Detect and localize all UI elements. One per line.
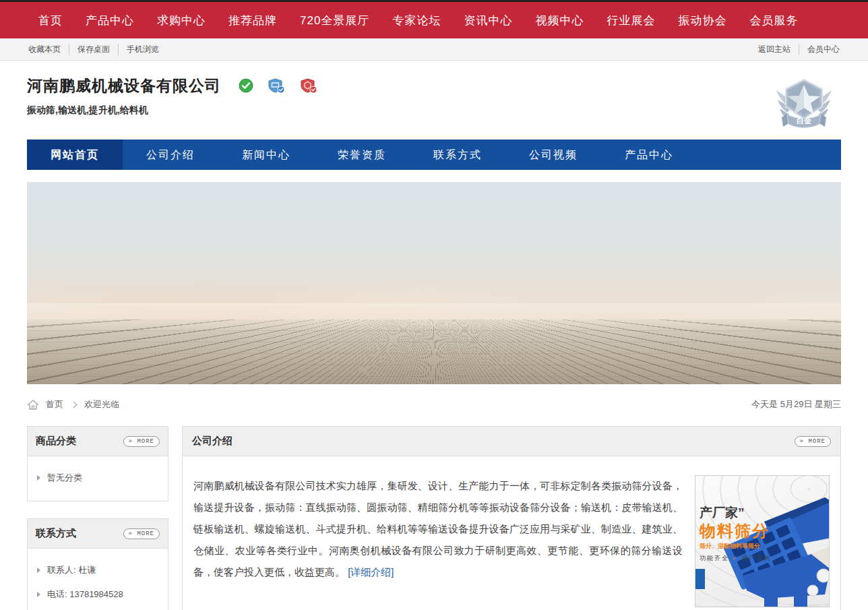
certification-icons (239, 78, 318, 94)
topnav-item-products[interactable]: 产品中心 (74, 13, 146, 28)
sitenav-item-video[interactable]: 公司视频 (505, 140, 601, 170)
utility-bar: 收藏本页 保存桌面 手机浏览 返回主站 会员中心 (0, 38, 868, 61)
promo-line-manufacturer: 产厂家” (700, 504, 745, 522)
topnav-item-expo[interactable]: 行业展会 (595, 13, 666, 28)
sitenav-item-honors[interactable]: 荣誉资质 (314, 140, 410, 170)
intro-text: 河南鹏威机械设备有限公司技术实力雄厚，集研发、设计、生产能力于一体，可非标定制各… (193, 480, 683, 578)
topnav-item-buying[interactable]: 求购中心 (146, 13, 217, 28)
topnav-item-association[interactable]: 振动协会 (666, 13, 738, 28)
check-icon: ✓ (733, 555, 739, 561)
sitenav-item-contact[interactable]: 联系方式 (410, 140, 505, 170)
topnav-item-news[interactable]: 资讯中心 (452, 13, 524, 28)
platinum-medal-badge: 白金 (775, 75, 833, 140)
hero-banner-image (27, 182, 841, 384)
page: 首页 产品中心 求购中心 推荐品牌 720全景展厅 专家论坛 资讯中心 视频中心… (0, 0, 868, 610)
topnav-item-home[interactable]: 首页 (27, 13, 74, 28)
product-promo-image[interactable]: 产厂家” 物料筛分 筛分、湿黏物料等筛分 功能齐全 ✓ 源厂直供 (695, 475, 830, 607)
content-area: 商品分类 » MORE 暂无分类 联系方式 » MORE (27, 426, 841, 610)
breadcrumb-row: 首页 欢迎光临 今天是 5月29日 星期三 (27, 394, 841, 415)
promo-line-materials: 筛分、湿黏物料等筛分 (700, 542, 760, 551)
save-desktop-link[interactable]: 保存桌面 (69, 44, 118, 55)
contact-more-button[interactable]: » MORE (123, 528, 160, 539)
utility-right-group: 返回主站 会员中心 (758, 44, 840, 55)
category-item-label: 暂无分类 (47, 472, 82, 484)
mobile-view-link[interactable]: 手机浏览 (118, 44, 167, 55)
promo-line-features: 功能齐全 ✓ 源厂直供 (700, 554, 772, 563)
intro-panel-title: 公司介绍 (192, 435, 232, 448)
top-navbar: 首页 产品中心 求购中心 推荐品牌 720全景展厅 专家论坛 资讯中心 视频中心… (0, 2, 868, 38)
blue-shield-check-icon (268, 78, 286, 94)
category-box-title: 商品分类 (36, 435, 76, 448)
member-center-link[interactable]: 会员中心 (799, 44, 840, 55)
bookmark-page-link[interactable]: 收藏本页 (28, 44, 69, 55)
topnav-item-forum[interactable]: 专家论坛 (381, 13, 452, 28)
triangle-bullet-icon (37, 475, 40, 481)
contact-box-title: 联系方式 (36, 527, 76, 540)
sidebar: 商品分类 » MORE 暂无分类 联系方式 » MORE (27, 426, 168, 610)
company-name: 河南鹏威机械设备有限公司 (27, 75, 221, 96)
contact-person-label: 联系人: 杜谦 (47, 564, 96, 576)
banner-sky (27, 182, 841, 319)
today-date-text: 今天是 5月29日 星期三 (751, 398, 841, 410)
back-to-main-site-link[interactable]: 返回主站 (758, 44, 799, 55)
triangle-bullet-icon (37, 592, 40, 597)
contact-box: 联系方式 » MORE 联系人: 杜谦 电话: 13781984528 (27, 518, 168, 610)
detail-intro-link[interactable]: [详细介绍] (348, 566, 394, 578)
medal-label: 白金 (797, 117, 812, 125)
company-header: 河南鹏威机械设备有限公司 (0, 61, 868, 140)
utility-left-group: 收藏本页 保存桌面 手机浏览 (28, 44, 167, 55)
contact-person-item[interactable]: 联系人: 杜谦 (28, 558, 168, 582)
topnav-item-brands[interactable]: 推荐品牌 (217, 13, 288, 28)
company-identity: 河南鹏威机械设备有限公司 (27, 75, 318, 140)
topnav-item-720-hall[interactable]: 720全景展厅 (288, 13, 381, 28)
promo-line-screening: 物料筛分 (700, 520, 770, 542)
company-keywords: 振动筛,输送机,提升机,给料机 (27, 104, 318, 117)
company-intro-paragraph: 河南鹏威机械设备有限公司技术实力雄厚，集研发、设计、生产能力于一体，可非标定制各… (193, 475, 683, 607)
green-verified-check-icon (239, 78, 253, 93)
topnav-item-video[interactable]: 视频中心 (524, 13, 595, 28)
sitenav-item-about[interactable]: 公司介绍 (123, 140, 218, 170)
company-intro-panel: 公司介绍 » MORE 河南鹏威机械设备有限公司技术实力雄厚，集研发、设计、生产… (182, 426, 841, 610)
chevron-right-icon (71, 401, 78, 408)
category-box: 商品分类 » MORE 暂无分类 (27, 426, 168, 501)
breadcrumb-current: 欢迎光临 (84, 398, 119, 410)
breadcrumb-home-link[interactable]: 首页 (46, 398, 63, 410)
sitenav-item-products[interactable]: 产品中心 (601, 140, 697, 170)
category-more-button[interactable]: » MORE (123, 436, 160, 447)
sitenav-item-news[interactable]: 新闻中心 (218, 140, 314, 170)
topnav-item-member[interactable]: 会员服务 (738, 13, 809, 28)
site-navbar: 网站首页 公司介绍 新闻中心 荣誉资质 联系方式 公司视频 产品中心 (27, 140, 841, 170)
red-shield-check-icon (301, 78, 318, 94)
intro-more-button[interactable]: » MORE (795, 436, 831, 447)
promo-button-fragment (695, 569, 705, 589)
contact-phone-item[interactable]: 电话: 13781984528 (28, 582, 168, 607)
banner-horizon-haze (27, 303, 841, 332)
home-icon[interactable] (27, 399, 39, 410)
sitenav-item-home[interactable]: 网站首页 (27, 140, 123, 170)
contact-phone-label: 电话: 13781984528 (47, 588, 123, 601)
category-item-empty[interactable]: 暂无分类 (28, 466, 168, 490)
triangle-bullet-icon (37, 568, 40, 573)
